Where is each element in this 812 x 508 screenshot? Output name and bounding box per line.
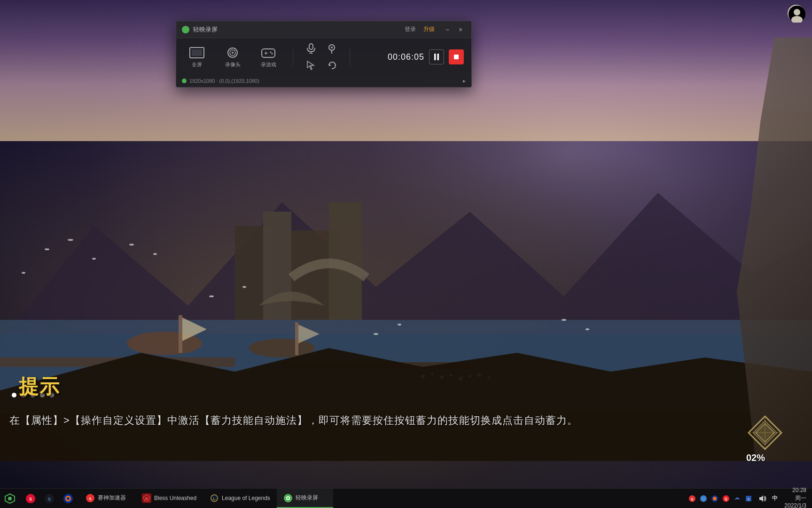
svg-point-51 <box>270 51 272 53</box>
window-body: 全屏 录像头 录游戏 <box>176 38 471 76</box>
svg-rect-48 <box>262 49 275 57</box>
lol-label: League of Legends <box>222 495 270 501</box>
fullscreen-label: 全屏 <box>192 61 202 68</box>
dot-1[interactable] <box>12 393 16 397</box>
pause-button[interactable] <box>429 49 444 64</box>
svg-rect-11 <box>295 322 298 355</box>
svg-point-91 <box>736 497 738 499</box>
timer-section: 00:06:05 <box>388 49 464 64</box>
stop-button[interactable] <box>449 49 464 64</box>
taskbar-items: S 赛神加速器 Bless Unleashed L <box>79 489 682 508</box>
game-logo <box>746 414 784 452</box>
svg-text:S: S <box>89 497 92 501</box>
svg-point-33 <box>398 324 401 325</box>
svg-rect-60 <box>434 54 436 60</box>
camera-mode[interactable]: 录像头 <box>219 43 246 71</box>
expand-arrow[interactable]: ▸ <box>463 78 466 84</box>
recording-taskbar-icon <box>283 493 293 503</box>
svg-rect-44 <box>192 49 202 56</box>
svg-point-25 <box>68 239 73 241</box>
svg-rect-8 <box>179 315 182 353</box>
system-tray: S ♡ S <box>682 489 812 508</box>
tray-icon-6[interactable]: S <box>744 494 753 503</box>
upgrade-button[interactable]: 升级 <box>420 24 438 34</box>
svg-marker-15 <box>0 348 812 461</box>
close-button[interactable]: × <box>455 24 466 35</box>
separator-2 <box>350 48 350 66</box>
user-area <box>788 5 804 22</box>
fullscreen-mode[interactable]: 全屏 <box>184 43 210 71</box>
taskbar-item-lol[interactable]: L League of Legends <box>203 489 277 508</box>
window-titlebar: 轻映录屏 登录 升级 − × <box>176 21 471 38</box>
firefox-icon[interactable] <box>59 490 77 508</box>
sougou-icon[interactable]: S <box>22 490 39 508</box>
svg-point-47 <box>232 52 234 54</box>
refresh-button[interactable] <box>325 59 338 72</box>
tray-date: 2022/1/3 <box>784 502 806 508</box>
svg-text:S: S <box>748 497 750 501</box>
tray-icon-2[interactable]: ♡ <box>699 494 708 503</box>
sougoupin-label: 赛神加速器 <box>98 494 126 502</box>
svg-point-76 <box>145 497 148 500</box>
svg-point-88 <box>713 497 717 500</box>
bless-label: Bless Unleashed <box>154 495 196 501</box>
taskbar-item-recording[interactable]: 轻映录屏 <box>277 489 333 508</box>
svg-point-82 <box>287 497 289 499</box>
svg-point-32 <box>374 333 378 335</box>
svg-point-21 <box>468 375 471 378</box>
svg-rect-2 <box>263 212 291 320</box>
svg-point-20 <box>459 377 462 381</box>
game-icon <box>260 46 277 59</box>
svg-rect-53 <box>309 44 313 49</box>
svg-text:S: S <box>725 497 727 501</box>
tray-volume[interactable] <box>758 494 767 503</box>
svg-point-57 <box>331 47 333 48</box>
svg-point-35 <box>586 328 589 330</box>
user-avatar[interactable] <box>788 5 804 22</box>
sougoupin-taskbar-icon: S <box>86 493 95 503</box>
tray-language[interactable]: 中 <box>770 494 780 503</box>
tray-icon-5[interactable] <box>733 494 742 503</box>
tray-day: 周一 <box>795 495 806 502</box>
window-statusbar: 1920x1080 · (0,0),(1920,1080) ▸ <box>176 76 471 87</box>
tray-icon-sougou[interactable]: S <box>721 494 731 503</box>
login-button[interactable]: 登录 <box>401 24 420 34</box>
svg-rect-62 <box>454 55 459 59</box>
game-mode[interactable]: 录游戏 <box>255 43 281 71</box>
window-title: 轻映录屏 <box>193 25 401 34</box>
taskbar-item-sougou[interactable]: S 赛神加速器 <box>79 489 135 508</box>
svg-point-17 <box>431 373 434 375</box>
recording-label: 轻映录屏 <box>296 494 318 502</box>
tray-icons: S ♡ S <box>686 494 755 503</box>
svg-point-22 <box>477 373 481 377</box>
hint-text: 在【属性】>【操作自定义设置】中激活【蓄力技能自动施法】，即可将需要按住按钮蓄力… <box>9 413 624 428</box>
svg-point-30 <box>209 295 214 297</box>
app-icon <box>182 26 189 33</box>
cursor-button[interactable] <box>304 59 318 72</box>
tray-icon-1[interactable]: S <box>687 494 697 503</box>
svg-rect-61 <box>437 54 439 60</box>
status-indicator <box>182 79 187 83</box>
svg-point-64 <box>8 497 12 500</box>
start-button[interactable] <box>0 489 20 508</box>
svg-marker-94 <box>759 495 763 502</box>
svg-point-18 <box>440 375 444 379</box>
bless-taskbar-icon <box>142 493 151 503</box>
separator-1 <box>293 48 293 66</box>
svg-marker-58 <box>307 61 314 70</box>
status-text: 1920x1080 · (0,0),(1920,1080) <box>189 78 259 84</box>
svg-point-28 <box>153 253 157 255</box>
microphone-button[interactable] <box>304 42 318 55</box>
taskbar-item-bless[interactable]: Bless Unleashed <box>135 489 203 508</box>
svg-marker-59 <box>329 64 331 66</box>
window-controls: − × <box>442 24 466 35</box>
minimize-button[interactable]: − <box>442 24 453 35</box>
taskbar: S S S 赛神加速器 <box>0 488 812 508</box>
location-button[interactable] <box>325 42 338 55</box>
camera-label: 录像头 <box>225 61 241 68</box>
timer-display: 00:06:05 <box>388 52 424 62</box>
tray-datetime[interactable]: 20:28 周一 2022/1/3 <box>782 487 808 508</box>
tray-icon-firefox[interactable] <box>710 494 719 503</box>
steam-icon[interactable]: S <box>40 490 58 508</box>
camera-icon <box>224 46 241 59</box>
